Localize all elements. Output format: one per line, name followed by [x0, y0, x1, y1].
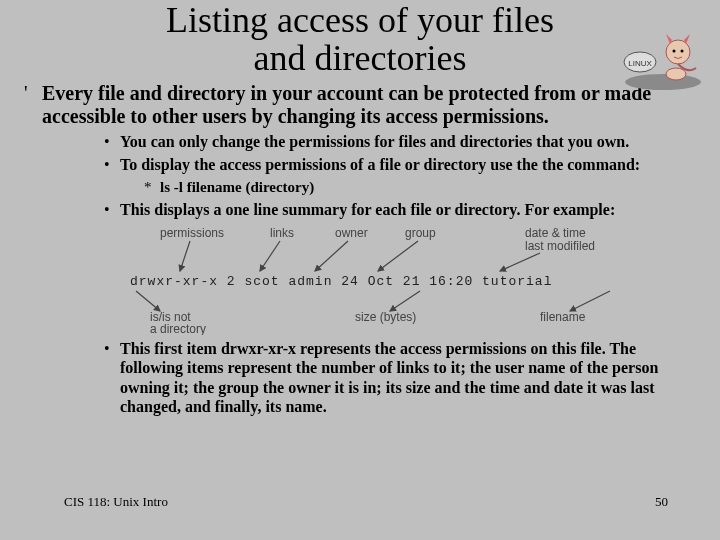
- bullet-glyph: •: [104, 200, 120, 219]
- svg-line-14: [570, 291, 610, 311]
- svg-line-8: [260, 241, 280, 271]
- bullet-level3-command: * ls -l filename (directory): [24, 178, 696, 196]
- bullet-text: To display the access permissions of a f…: [120, 155, 640, 174]
- bullet-glyph: *: [144, 178, 160, 196]
- slide-body: ' Every file and directory in your accou…: [0, 82, 720, 416]
- bullet-level1: ' Every file and directory in your accou…: [24, 82, 696, 128]
- command-text: ls -l filename (directory): [160, 178, 314, 196]
- svg-line-13: [390, 291, 420, 311]
- footer-course: CIS 118: Unix Intro: [64, 494, 168, 510]
- label-size: size (bytes): [355, 310, 416, 324]
- svg-point-3: [666, 40, 690, 64]
- svg-point-6: [666, 68, 686, 80]
- label-datetime2: last modifiled: [525, 239, 595, 253]
- label-links: links: [270, 226, 294, 240]
- svg-text:LINUX: LINUX: [628, 59, 652, 68]
- slide-title: Listing access of your files and directo…: [60, 2, 660, 78]
- bullet-text: This first item drwxr-xr-x represents th…: [120, 339, 696, 416]
- svg-point-0: [625, 74, 701, 90]
- bullet-level2: • You can only change the permissions fo…: [24, 132, 696, 151]
- label-group: group: [405, 226, 436, 240]
- ls-output-diagram: permissions links owner group date & tim…: [24, 225, 696, 335]
- bullet-glyph: •: [104, 132, 120, 151]
- svg-point-5: [681, 50, 684, 53]
- footer-page-number: 50: [655, 494, 668, 510]
- svg-point-4: [673, 50, 676, 53]
- bullet-glyph: •: [104, 155, 120, 174]
- bullet-level2: • This first item drwxr-xr-x represents …: [24, 339, 696, 416]
- bullet-level2: • To display the access permissions of a…: [24, 155, 696, 174]
- bullet-glyph: ': [24, 82, 42, 128]
- label-owner: owner: [335, 226, 368, 240]
- bullet-glyph: •: [104, 339, 120, 416]
- bullet-text: Every file and directory in your account…: [42, 82, 696, 128]
- svg-line-7: [180, 241, 190, 271]
- svg-line-12: [136, 291, 160, 311]
- title-line-2: and directories: [254, 38, 467, 78]
- bullet-level2: • This displays a one line summary for e…: [24, 200, 696, 219]
- title-line-1: Listing access of your files: [166, 0, 554, 40]
- label-isnot2: a directory: [150, 322, 206, 335]
- svg-line-9: [315, 241, 348, 271]
- ls-output-line: drwxr-xr-x 2 scot admin 24 Oct 21 16:20 …: [130, 274, 552, 289]
- svg-line-11: [500, 253, 540, 271]
- bullet-text: You can only change the permissions for …: [120, 132, 629, 151]
- label-filename: filename: [540, 310, 586, 324]
- linux-daemon-mascot: LINUX: [618, 22, 708, 92]
- label-permissions: permissions: [160, 226, 224, 240]
- bullet-text: This displays a one line summary for eac…: [120, 200, 615, 219]
- label-datetime1: date & time: [525, 226, 586, 240]
- slide: LINUX Listing access of your files and d…: [0, 2, 720, 540]
- svg-line-10: [378, 241, 418, 271]
